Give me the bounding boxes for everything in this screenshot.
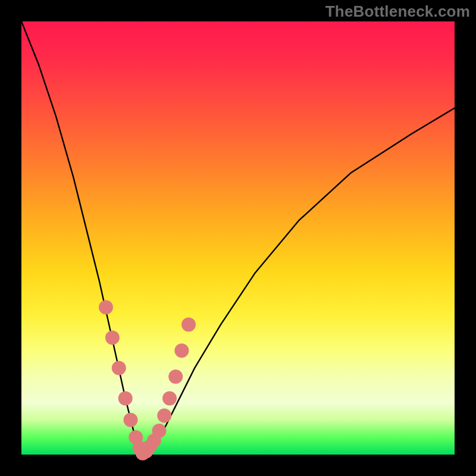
marker-point xyxy=(112,361,126,375)
marker-point xyxy=(174,343,189,358)
marker-point xyxy=(105,330,120,345)
bottleneck-curve xyxy=(21,21,455,455)
marker-point xyxy=(152,424,167,438)
marker-point xyxy=(118,391,133,405)
marker-point xyxy=(181,318,196,332)
marker-point xyxy=(157,409,171,423)
plot-area xyxy=(21,21,455,455)
marker-point xyxy=(168,369,183,384)
marker-point xyxy=(124,413,138,427)
curve-svg xyxy=(21,21,455,455)
chart-frame: TheBottleneck.com xyxy=(0,0,476,476)
highlighted-points xyxy=(99,300,196,461)
marker-point xyxy=(99,300,113,315)
watermark-text: TheBottleneck.com xyxy=(325,2,470,21)
marker-point xyxy=(162,391,177,405)
